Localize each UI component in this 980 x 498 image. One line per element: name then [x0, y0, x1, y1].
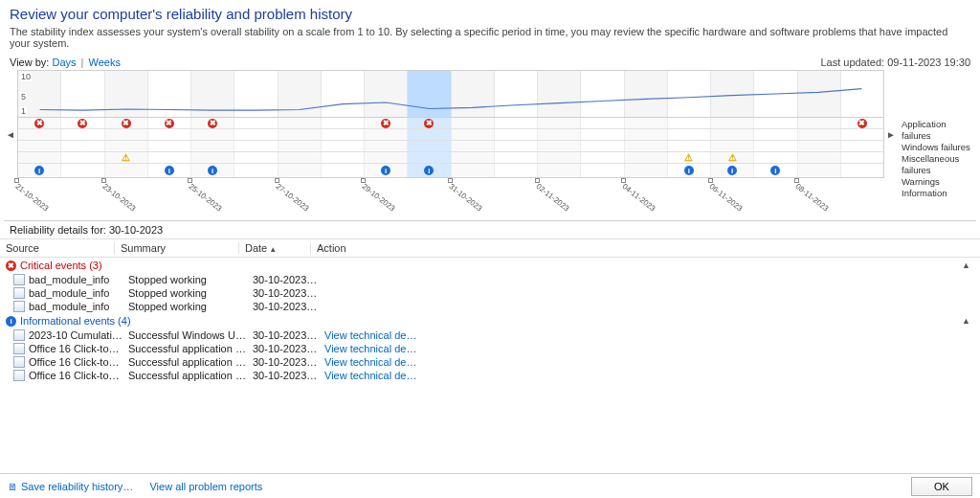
event-cell[interactable]	[711, 141, 754, 151]
plot-column[interactable]	[191, 71, 234, 117]
col-source[interactable]: Source	[0, 239, 115, 257]
event-cell[interactable]	[452, 164, 495, 177]
event-cell[interactable]	[581, 129, 624, 140]
event-cell[interactable]	[798, 141, 841, 151]
event-cell[interactable]	[61, 129, 104, 140]
event-cell[interactable]: i	[754, 164, 797, 177]
plot-column[interactable]	[105, 71, 148, 117]
plot-column[interactable]	[234, 71, 278, 117]
plot-column[interactable]	[452, 71, 495, 117]
event-cell[interactable]	[581, 152, 624, 163]
view-all-link[interactable]: View all problem reports	[149, 481, 262, 492]
event-cell[interactable]	[452, 141, 495, 151]
plot-column[interactable]	[495, 71, 538, 117]
detail-row[interactable]: bad_module_infoStopped working30-10-2023…	[0, 286, 980, 300]
event-cell[interactable]	[18, 141, 61, 151]
view-details-link[interactable]: View technical de…	[324, 356, 416, 368]
event-cell[interactable]	[668, 152, 711, 163]
event-cell[interactable]	[495, 141, 538, 151]
event-cell[interactable]	[625, 164, 668, 177]
event-cell[interactable]: ✖	[61, 118, 104, 128]
event-cell[interactable]	[538, 129, 581, 140]
event-cell[interactable]	[148, 141, 191, 151]
event-cell[interactable]	[711, 129, 754, 140]
col-action[interactable]: Action	[311, 239, 980, 257]
event-cell[interactable]	[581, 118, 624, 128]
event-cell[interactable]	[495, 118, 538, 128]
detail-row[interactable]: Office 16 Click-to-Run Extensibilit…Succ…	[0, 342, 980, 355]
save-history-link[interactable]: Save reliability history…	[21, 481, 133, 492]
event-cell[interactable]	[408, 141, 451, 151]
view-details-link[interactable]: View technical de…	[324, 329, 416, 341]
event-cell[interactable]	[754, 118, 797, 128]
event-cell[interactable]	[841, 152, 883, 163]
event-cell[interactable]: ✖	[365, 118, 408, 128]
event-cell[interactable]	[105, 141, 148, 151]
event-cell[interactable]: ✖	[191, 118, 234, 128]
collapse-icon[interactable]: ▲	[962, 316, 970, 326]
event-cell[interactable]	[322, 129, 365, 140]
event-cell[interactable]	[754, 152, 797, 163]
event-cell[interactable]	[61, 141, 104, 151]
plot-column[interactable]	[798, 71, 841, 117]
viewby-days[interactable]: Days	[52, 57, 76, 68]
plot-column[interactable]	[538, 71, 581, 117]
event-cell[interactable]	[322, 164, 365, 177]
collapse-icon[interactable]: ▲	[962, 260, 970, 270]
detail-row[interactable]: 2023-10 Cumulative Update Previ…Successf…	[0, 328, 980, 342]
event-cell[interactable]	[105, 164, 148, 177]
event-cell[interactable]	[798, 129, 841, 140]
plot-column[interactable]	[841, 71, 883, 117]
group-header[interactable]: iInformational events (4)▲	[0, 313, 980, 328]
event-cell[interactable]: i	[711, 164, 754, 177]
event-cell[interactable]	[538, 118, 581, 128]
event-cell[interactable]	[234, 118, 278, 128]
event-cell[interactable]	[278, 141, 322, 151]
event-cell[interactable]	[191, 152, 234, 163]
event-cell[interactable]	[61, 152, 104, 163]
plot-column[interactable]	[365, 71, 408, 117]
plot-column[interactable]	[322, 71, 365, 117]
plot-column[interactable]	[148, 71, 191, 117]
event-cell[interactable]	[538, 164, 581, 177]
event-cell[interactable]	[105, 152, 148, 163]
event-cell[interactable]	[365, 141, 408, 151]
event-cell[interactable]	[191, 141, 234, 151]
detail-row[interactable]: bad_module_infoStopped working30-10-2023…	[0, 273, 980, 286]
view-details-link[interactable]: View technical de…	[324, 370, 416, 381]
event-cell[interactable]: ✖	[841, 118, 883, 128]
detail-row[interactable]: bad_module_infoStopped working30-10-2023…	[0, 300, 980, 313]
col-summary[interactable]: Summary	[115, 239, 239, 257]
plot-column[interactable]	[581, 71, 624, 117]
event-cell[interactable]	[711, 152, 754, 163]
event-cell[interactable]	[452, 118, 495, 128]
event-cell[interactable]	[322, 152, 365, 163]
plot-column[interactable]	[625, 71, 668, 117]
event-cell[interactable]	[625, 141, 668, 151]
event-cell[interactable]	[625, 152, 668, 163]
event-cell[interactable]	[538, 152, 581, 163]
event-cell[interactable]: i	[668, 164, 711, 177]
event-cell[interactable]	[538, 141, 581, 151]
event-cell[interactable]	[234, 152, 278, 163]
event-cell[interactable]: ✖	[408, 118, 451, 128]
ok-button[interactable]: OK	[911, 477, 972, 496]
plot-column[interactable]	[61, 71, 104, 117]
event-cell[interactable]	[711, 118, 754, 128]
event-cell[interactable]	[841, 129, 883, 140]
plot-column[interactable]	[668, 71, 711, 117]
event-cell[interactable]	[365, 152, 408, 163]
event-cell[interactable]	[841, 141, 883, 151]
event-cell[interactable]: i	[191, 164, 234, 177]
event-cell[interactable]	[191, 129, 234, 140]
plot-column[interactable]	[711, 71, 754, 117]
event-cell[interactable]: ✖	[148, 118, 191, 128]
event-cell[interactable]	[495, 129, 538, 140]
event-cell[interactable]	[625, 118, 668, 128]
event-cell[interactable]	[105, 129, 148, 140]
plot-column[interactable]	[408, 71, 451, 117]
stability-plot[interactable]: 10 5 1	[17, 70, 884, 118]
event-cell[interactable]: i	[18, 164, 61, 177]
event-cell[interactable]	[278, 129, 322, 140]
event-cell[interactable]	[148, 152, 191, 163]
